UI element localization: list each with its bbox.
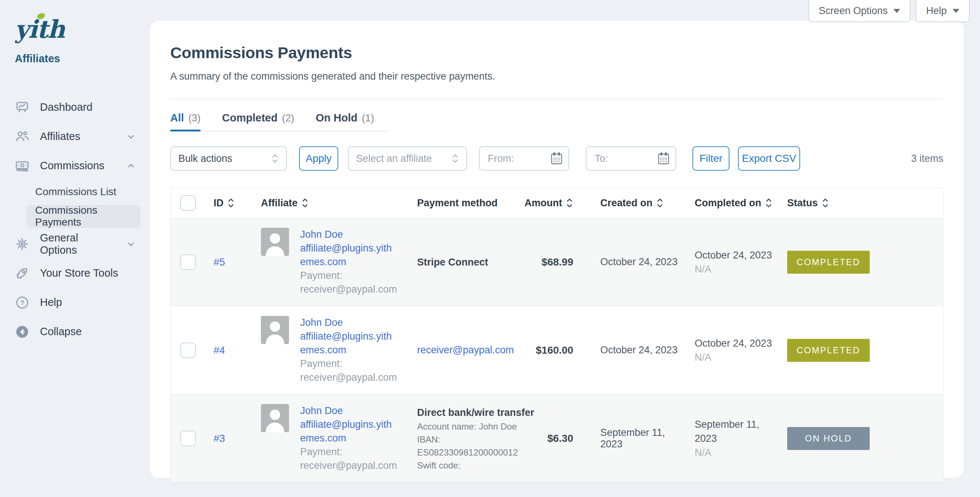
column-header-affiliate[interactable]: Affiliate bbox=[244, 197, 409, 209]
tab-on-hold[interactable]: On Hold (1) bbox=[316, 112, 374, 131]
completed-on-sub: N/A bbox=[695, 350, 780, 365]
amount: $160.00 bbox=[535, 344, 573, 356]
help-dropdown-button[interactable]: Help bbox=[916, 0, 970, 22]
payment-method: Direct bank/wire transfer bbox=[417, 405, 535, 420]
tab-label: Completed bbox=[222, 112, 278, 124]
status-badge: ON HOLD bbox=[787, 427, 870, 450]
select-chevrons-icon bbox=[452, 153, 459, 164]
affiliate-select[interactable]: Select an affiliate bbox=[348, 146, 467, 171]
sidebar-item-commissions[interactable]: Commissions bbox=[0, 151, 150, 180]
sidebar-item-dashboard[interactable]: Dashboard bbox=[0, 92, 150, 122]
row-checkbox[interactable] bbox=[180, 255, 196, 270]
tab-all[interactable]: All (3) bbox=[170, 112, 200, 131]
status-tabs: All (3) Completed (2) On Hold (1) bbox=[150, 99, 964, 131]
sidebar-subitem-label: Commissions List bbox=[35, 186, 116, 198]
table-row: #4 John Doe affiliate@plugins.yithemes.c… bbox=[170, 306, 943, 394]
tab-count: (3) bbox=[188, 113, 200, 124]
payment-label: Payment: bbox=[300, 357, 396, 371]
screen-options-button[interactable]: Screen Options bbox=[808, 0, 910, 22]
avatar bbox=[261, 404, 289, 432]
dashboard-icon bbox=[15, 100, 30, 115]
sidebar-menu: Dashboard Affiliates bbox=[0, 92, 150, 346]
topbar: Screen Options Help bbox=[808, 0, 970, 22]
sort-icon bbox=[227, 197, 235, 209]
affiliate-email-link[interactable]: affiliate@plugins.yithemes.com bbox=[300, 330, 396, 357]
sort-icon bbox=[765, 197, 772, 209]
affiliate-email-link[interactable]: affiliate@plugins.yithemes.com bbox=[300, 418, 396, 445]
column-header-created-on[interactable]: Created on bbox=[590, 197, 687, 209]
yith-logo: yith bbox=[15, 15, 64, 44]
sidebar-item-collapse[interactable]: Collapse bbox=[0, 317, 150, 346]
column-header-completed-on[interactable]: Completed on bbox=[687, 197, 780, 209]
completed-on: October 24, 2023 bbox=[695, 248, 780, 262]
calendar-icon[interactable] bbox=[551, 152, 563, 165]
filter-button[interactable]: Filter bbox=[692, 146, 729, 171]
payment-email: receiver@paypal.com bbox=[300, 371, 396, 384]
apply-label: Apply bbox=[306, 153, 332, 164]
affiliate-name-link[interactable]: John Doe bbox=[300, 404, 396, 418]
gear-icon bbox=[15, 237, 30, 252]
chevron-up-icon bbox=[126, 161, 136, 171]
bulk-actions-value: Bulk actions bbox=[178, 153, 232, 164]
sort-icon bbox=[301, 197, 309, 209]
avatar bbox=[261, 316, 289, 344]
rocket-icon bbox=[15, 266, 30, 281]
tab-completed[interactable]: Completed (2) bbox=[222, 112, 294, 131]
created-on: October 24, 2023 bbox=[590, 256, 687, 268]
payment-method-detail: Account name: John Doe bbox=[417, 420, 535, 433]
payments-table: ID Affiliate Payment method Amount Creat… bbox=[170, 188, 943, 483]
column-header-id[interactable]: ID bbox=[202, 197, 244, 209]
avatar bbox=[261, 228, 289, 256]
payment-id-link[interactable]: #3 bbox=[213, 433, 225, 444]
apply-button[interactable]: Apply bbox=[299, 146, 338, 171]
status-badge: COMPLETED bbox=[787, 251, 870, 274]
people-icon bbox=[15, 129, 30, 144]
completed-on-sub: N/A bbox=[695, 262, 780, 276]
affiliate-email-link[interactable]: affiliate@plugins.yithemes.com bbox=[300, 242, 396, 269]
sort-icon bbox=[566, 197, 573, 209]
chevron-down-icon bbox=[126, 132, 136, 142]
caret-down-icon bbox=[893, 9, 900, 13]
page-header: Commissions Payments A summary of the co… bbox=[150, 21, 964, 99]
screen-options-label: Screen Options bbox=[819, 5, 888, 17]
payment-method-link[interactable]: receiver@paypal.com bbox=[417, 344, 535, 356]
sidebar-item-label: Help bbox=[40, 296, 62, 309]
column-header-status[interactable]: Status bbox=[780, 197, 943, 209]
amount: $68.99 bbox=[535, 256, 573, 268]
bulk-actions-select[interactable]: Bulk actions bbox=[170, 146, 287, 171]
sidebar-item-help[interactable]: ? Help bbox=[0, 288, 150, 317]
affiliate-name-link[interactable]: John Doe bbox=[300, 228, 396, 242]
affiliate-select-placeholder: Select an affiliate bbox=[356, 153, 432, 164]
sidebar-item-commissions-list[interactable]: Commissions List bbox=[0, 180, 150, 203]
affiliate-name-link[interactable]: John Doe bbox=[300, 316, 396, 330]
page: Screen Options Help yith Affiliates bbox=[0, 0, 980, 497]
sidebar-item-your-store-tools[interactable]: Your Store Tools bbox=[0, 258, 150, 288]
question-glyph: ? bbox=[20, 298, 24, 306]
payment-id-link[interactable]: #5 bbox=[213, 256, 225, 268]
payment-id-link[interactable]: #4 bbox=[213, 344, 225, 356]
calendar-icon[interactable] bbox=[658, 152, 670, 165]
export-csv-button[interactable]: Export CSV bbox=[738, 146, 800, 171]
column-header-amount[interactable]: Amount bbox=[535, 197, 573, 209]
export-csv-label: Export CSV bbox=[742, 153, 796, 164]
table-header-row: ID Affiliate Payment method Amount Creat… bbox=[170, 188, 943, 218]
sidebar-item-label: Commissions bbox=[40, 159, 104, 172]
row-checkbox[interactable] bbox=[180, 342, 196, 358]
row-checkbox[interactable] bbox=[180, 431, 196, 446]
sidebar-item-affiliates[interactable]: Affiliates bbox=[0, 122, 150, 151]
plugin-name: Affiliates bbox=[15, 53, 60, 65]
chevron-down-icon bbox=[126, 239, 136, 249]
filter-label: Filter bbox=[700, 153, 722, 164]
column-header-payment-method: Payment method bbox=[409, 198, 535, 209]
date-to-input[interactable] bbox=[594, 153, 651, 165]
date-from-input[interactable] bbox=[487, 153, 544, 165]
select-all-checkbox[interactable] bbox=[180, 195, 196, 211]
amount: $6.30 bbox=[535, 433, 573, 444]
question-circle-icon: ? bbox=[15, 295, 30, 310]
sidebar-item-label: Your Store Tools bbox=[40, 267, 118, 279]
sidebar-item-commissions-payments[interactable]: Commissions Payments bbox=[27, 205, 141, 228]
sidebar-item-general-options[interactable]: General Options bbox=[0, 229, 150, 258]
date-from-field bbox=[479, 146, 569, 171]
payment-label: Payment: bbox=[300, 269, 396, 283]
page-subtitle: A summary of the commissions generated a… bbox=[170, 71, 943, 82]
